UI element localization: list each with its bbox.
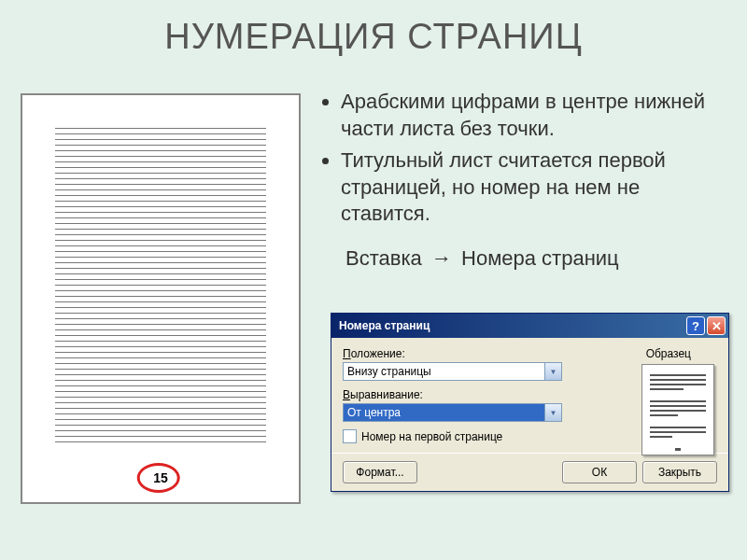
slide-title: НУМЕРАЦИЯ СТРАНИЦ	[0, 17, 747, 57]
close-button[interactable]: Закрыть	[642, 461, 717, 483]
chevron-down-icon[interactable]: ▼	[544, 404, 561, 421]
format-button[interactable]: Формат...	[343, 461, 417, 483]
page-preview: 15	[21, 93, 301, 504]
sample-label: Образец	[646, 347, 691, 360]
content-area: Арабскими цифрами в центре нижней части …	[317, 89, 728, 271]
dialog-titlebar: Номера страниц ? ✕	[331, 314, 728, 338]
checkbox-label: Номер на первой странице	[361, 430, 502, 443]
text-lines	[55, 128, 266, 442]
position-dropdown[interactable]: Внизу страницы ▼	[343, 362, 562, 381]
bullet-2: Титульный лист считается первой странице…	[341, 147, 728, 228]
ok-button[interactable]: ОК	[562, 461, 637, 483]
align-dropdown[interactable]: От центра ▼	[343, 403, 562, 422]
help-button[interactable]: ?	[686, 316, 705, 335]
menu-path: Вставка → Номера страниц	[345, 246, 728, 271]
sample-preview	[641, 364, 714, 455]
chevron-down-icon[interactable]: ▼	[544, 363, 561, 380]
highlight-circle	[137, 463, 180, 493]
dialog-title: Номера страниц	[339, 319, 430, 332]
close-icon[interactable]: ✕	[707, 316, 726, 335]
page-numbers-dialog: Номера страниц ? ✕ Положение: Внизу стра…	[331, 313, 729, 492]
bullet-1: Арабскими цифрами в центре нижней части …	[341, 89, 728, 142]
checkbox[interactable]	[343, 429, 357, 443]
bullet-list: Арабскими цифрами в центре нижней части …	[341, 89, 728, 228]
arrow-icon: →	[431, 246, 452, 270]
